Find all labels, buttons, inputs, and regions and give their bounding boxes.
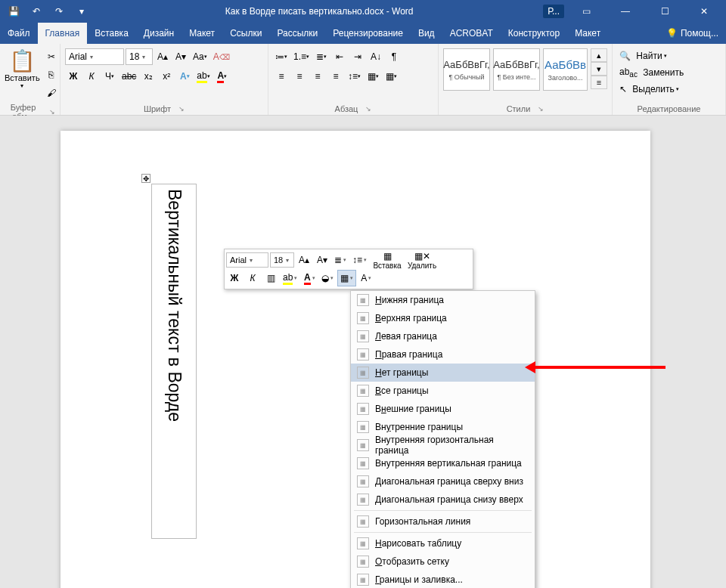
account-badge[interactable]: Р... <box>543 5 564 18</box>
styles-launcher[interactable]: ↘ <box>538 105 544 113</box>
shrink-font-icon[interactable]: A▾ <box>172 48 189 65</box>
find-button[interactable]: 🔍 Найти▾ <box>617 48 669 63</box>
mini-grow-icon[interactable]: A▴ <box>296 252 312 268</box>
bold-button[interactable]: Ж <box>65 68 82 85</box>
mini-borders-dropdown[interactable]: ▦▾ <box>337 270 356 286</box>
shading-icon[interactable]: ▦▾ <box>365 68 381 85</box>
tab-acrobat[interactable]: ACROBAT <box>442 23 501 44</box>
mini-highlight-icon[interactable]: ab▾ <box>281 270 299 286</box>
borders-item-7[interactable]: ▦Внутренние границы <box>351 418 535 436</box>
style-nospacing[interactable]: АаБбВвГг,¶ Без инте... <box>493 48 540 91</box>
borders-item-10[interactable]: ▦Диагональная граница сверху вниз <box>351 472 535 491</box>
style-heading1[interactable]: АаБбВвЗаголово... <box>543 48 588 91</box>
styles-down-icon[interactable]: ▾ <box>591 62 607 76</box>
borders-item-12[interactable]: ▦Горизонтальная линия <box>351 512 535 531</box>
font-color-icon[interactable]: A▾ <box>214 68 231 85</box>
highlight-icon[interactable]: ab▾ <box>194 68 212 85</box>
borders-item-11[interactable]: ▦Диагональная граница снизу вверх <box>351 491 535 509</box>
subscript-button[interactable]: x₂ <box>140 68 157 85</box>
mini-size-select[interactable]: 18▾ <box>270 252 294 268</box>
redo-button[interactable]: ↷ <box>50 2 68 20</box>
undo-button[interactable]: ↶ <box>27 2 45 20</box>
underline-button[interactable]: Ч▾ <box>101 68 118 85</box>
borders-item-4[interactable]: ▦Нет границы <box>351 364 535 382</box>
vertical-text[interactable]: Вертикальный текст в Ворде <box>164 184 185 426</box>
ribbon-options-icon[interactable]: ▭ <box>569 0 603 23</box>
align-right-icon[interactable]: ≡ <box>309 68 326 85</box>
mini-table-insert[interactable]: ▦Вставка <box>371 252 404 268</box>
tab-design[interactable]: Дизайн <box>136 23 182 44</box>
tab-home[interactable]: Главная <box>38 23 88 44</box>
mini-italic[interactable]: К <box>244 270 261 286</box>
borders-icon[interactable]: ▦▾ <box>383 68 399 85</box>
paste-button[interactable]: 📋 Вставить ▾ <box>5 48 40 89</box>
align-left-icon[interactable]: ≡ <box>273 68 290 85</box>
tell-me[interactable]: 💡Помощ... <box>659 23 726 44</box>
numbering-icon[interactable]: 1.≡▾ <box>291 48 312 65</box>
multilevel-icon[interactable]: ≣▾ <box>313 48 330 65</box>
borders-item-3[interactable]: ▦Правая граница <box>351 345 535 364</box>
styles-up-icon[interactable]: ▴ <box>591 48 607 62</box>
cut-icon[interactable]: ✂ <box>43 48 60 65</box>
text-effects-icon[interactable]: A▾ <box>176 68 193 85</box>
tab-file[interactable]: Файл <box>0 23 38 44</box>
mini-align2-icon[interactable]: ▥ <box>262 270 279 286</box>
styles-more-icon[interactable]: ≡ <box>591 76 607 89</box>
table-move-handle[interactable]: ✥ <box>141 174 150 183</box>
font-size-select[interactable]: 18▾ <box>126 48 153 65</box>
clear-format-icon[interactable]: A⌫ <box>211 48 232 65</box>
tab-mailings[interactable]: Рассылки <box>269 23 325 44</box>
mini-spacing-icon[interactable]: ↕≡▾ <box>350 252 369 268</box>
tab-table-layout[interactable]: Макет <box>567 23 608 44</box>
tab-view[interactable]: Вид <box>411 23 442 44</box>
borders-item-2[interactable]: ▦Левая граница <box>351 327 535 345</box>
strike-button[interactable]: abc <box>119 68 138 85</box>
font-name-select[interactable]: Arial▾ <box>65 48 124 65</box>
tab-insert[interactable]: Вставка <box>87 23 136 44</box>
bullets-icon[interactable]: ≔▾ <box>273 48 290 65</box>
maximize-icon[interactable]: ☐ <box>647 0 682 23</box>
sort-icon[interactable]: A↓ <box>368 48 384 65</box>
mini-shrink-icon[interactable]: A▾ <box>314 252 330 268</box>
save-button[interactable]: 💾 <box>5 2 23 20</box>
tab-references[interactable]: Ссылки <box>222 23 269 44</box>
borders-item-6[interactable]: ▦Внешние границы <box>351 400 535 418</box>
change-case-icon[interactable]: Aa▾ <box>191 48 209 65</box>
vertical-textbox[interactable]: ✥ Вертикальный текст в Ворде <box>151 184 197 539</box>
qat-more[interactable]: ▾ <box>73 2 91 20</box>
mini-styles-icon[interactable]: A▾ <box>358 270 374 286</box>
borders-item-1[interactable]: ▦Верхняя граница <box>351 309 535 327</box>
borders-item-14[interactable]: ▦Отобразить сетку <box>351 552 535 571</box>
mini-shading-icon[interactable]: ◒▾ <box>319 270 336 286</box>
show-marks-icon[interactable]: ¶ <box>386 48 402 65</box>
mini-align-icon[interactable]: ≣▾ <box>332 252 349 268</box>
italic-button[interactable]: К <box>83 68 100 85</box>
tab-layout[interactable]: Макет <box>182 23 222 44</box>
line-spacing-icon[interactable]: ↕≡▾ <box>346 68 363 85</box>
grow-font-icon[interactable]: A▴ <box>154 48 171 65</box>
mini-fontcolor-icon[interactable]: A▾ <box>301 270 318 286</box>
superscript-button[interactable]: x² <box>158 68 175 85</box>
clipboard-launcher[interactable]: ↘ <box>49 108 55 116</box>
borders-item-15[interactable]: ▦Границы и заливка... <box>351 571 535 588</box>
tab-table-design[interactable]: Конструктор <box>501 23 567 44</box>
close-icon[interactable]: ✕ <box>687 0 721 23</box>
borders-item-8[interactable]: ▦Внутренняя горизонтальная граница <box>351 436 535 454</box>
tab-review[interactable]: Рецензирование <box>325 23 411 44</box>
align-center-icon[interactable]: ≡ <box>291 68 308 85</box>
mini-bold[interactable]: Ж <box>226 270 243 286</box>
indent-decrease-icon[interactable]: ⇤ <box>331 48 348 65</box>
format-painter-icon[interactable]: 🖌 <box>43 85 60 101</box>
borders-item-0[interactable]: ▦Нижняя граница <box>351 291 535 309</box>
minimize-icon[interactable]: — <box>608 0 643 23</box>
justify-icon[interactable]: ≡ <box>327 68 344 85</box>
replace-button[interactable]: abac Заменить <box>617 65 686 80</box>
style-normal[interactable]: АаБбВвГг,¶ Обычный <box>443 48 490 91</box>
borders-item-13[interactable]: ▦Нарисовать таблицу <box>351 534 535 552</box>
paragraph-launcher[interactable]: ↘ <box>365 105 371 113</box>
indent-increase-icon[interactable]: ⇥ <box>349 48 366 65</box>
borders-item-5[interactable]: ▦Все границы <box>351 382 535 400</box>
borders-item-9[interactable]: ▦Внутренняя вертикальная граница <box>351 454 535 472</box>
copy-icon[interactable]: ⎘ <box>43 67 60 83</box>
mini-table-delete[interactable]: ▦✕Удалить <box>405 252 439 268</box>
